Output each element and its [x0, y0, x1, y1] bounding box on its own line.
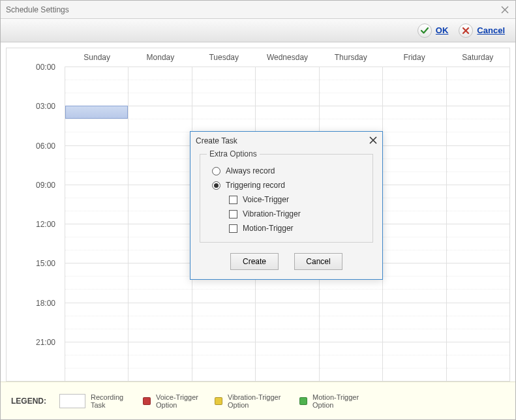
ok-label: OK [436, 25, 449, 35]
legend-bar: LEGEND: Recording Task Voice-Trigger Opt… [1, 382, 515, 419]
check-icon [417, 23, 432, 38]
legend-motion-trigger: Motion-Trigger Option [299, 393, 365, 409]
time-label: 06:00 [36, 142, 55, 151]
checkbox-icon [229, 224, 237, 233]
create-button[interactable]: Create [230, 253, 279, 270]
cancel-button[interactable]: Cancel [455, 22, 509, 39]
legend-vibration-chip [215, 397, 222, 405]
voice-trigger-checkbox[interactable]: Voice-Trigger [229, 195, 365, 204]
voice-trigger-label: Voice-Trigger [243, 195, 289, 204]
motion-trigger-checkbox[interactable]: Motion-Trigger [229, 224, 365, 233]
vibration-trigger-checkbox[interactable]: Vibration-Trigger [229, 209, 365, 218]
day-column-friday[interactable] [383, 67, 446, 381]
legend-recording-label: Recording Task [91, 393, 130, 409]
dialog-actions: Create Cancel [200, 253, 373, 270]
time-label: 00:00 [36, 63, 55, 72]
dialog-body: Extra Options Always record Triggering r… [190, 150, 382, 279]
always-record-label: Always record [226, 166, 275, 175]
day-header-wednesday: Wednesday [256, 48, 319, 67]
legend-motion-label: Motion-Trigger Option [312, 393, 365, 409]
day-header-row: Sunday Monday Tuesday Wednesday Thursday… [7, 48, 509, 67]
create-task-dialog: Create Task Extra Options Always record … [190, 131, 383, 280]
ok-button[interactable]: OK [414, 22, 453, 39]
window-close-icon[interactable] [500, 5, 510, 15]
day-header-tuesday: Tuesday [192, 48, 256, 67]
motion-trigger-label: Motion-Trigger [243, 224, 294, 233]
time-label: 03:00 [36, 102, 55, 111]
selected-time-block[interactable] [65, 106, 128, 119]
radio-icon [212, 167, 220, 175]
time-gutter: 00:0003:0006:0009:0012:0015:0018:0021:00 [7, 67, 65, 381]
triggering-record-label: Triggering record [226, 181, 285, 190]
trigger-checkbox-list: Voice-Trigger Vibration-Trigger Motion-T… [225, 195, 365, 233]
time-label: 12:00 [36, 220, 55, 229]
extra-options-group: Extra Options Always record Triggering r… [200, 154, 373, 243]
dialog-titlebar: Create Task [190, 132, 382, 150]
day-column-monday[interactable] [129, 67, 192, 381]
time-label: 18:00 [36, 299, 55, 308]
legend-voice-label: Voice-Trigger Option [156, 393, 202, 409]
legend-title: LEGEND: [11, 397, 46, 406]
day-column-sunday[interactable] [65, 67, 129, 381]
day-header-saturday: Saturday [446, 48, 509, 67]
day-column-saturday[interactable] [447, 67, 509, 381]
legend-voice-chip [143, 397, 151, 405]
dialog-cancel-button[interactable]: Cancel [294, 253, 342, 270]
schedule-settings-window: Schedule Settings OK Cancel Sunday Monda… [0, 0, 516, 420]
time-label: 15:00 [36, 259, 55, 268]
window-title: Schedule Settings [6, 1, 69, 19]
day-header-friday: Friday [382, 48, 446, 67]
window-titlebar: Schedule Settings [1, 1, 515, 19]
radio-icon [212, 181, 220, 190]
time-label: 09:00 [36, 181, 55, 190]
day-header-sunday: Sunday [65, 48, 129, 67]
always-record-radio[interactable]: Always record [212, 166, 365, 175]
legend-voice-trigger: Voice-Trigger Option [143, 393, 202, 409]
legend-motion-chip [299, 397, 307, 405]
cancel-label: Cancel [477, 25, 505, 35]
legend-recording-task: Recording Task [59, 393, 130, 409]
legend-recording-swatch [59, 394, 85, 408]
legend-vibration-trigger: Vibration-Trigger Option [215, 393, 286, 409]
action-bar: OK Cancel [1, 19, 515, 42]
extra-options-title: Extra Options [207, 149, 260, 158]
day-header-monday: Monday [129, 48, 192, 67]
x-icon [459, 23, 473, 38]
dialog-title: Create Task [196, 136, 237, 145]
checkbox-icon [229, 196, 237, 204]
triggering-record-radio[interactable]: Triggering record [212, 181, 365, 190]
day-header-thursday: Thursday [319, 48, 382, 67]
vibration-trigger-label: Vibration-Trigger [243, 209, 301, 218]
dialog-close-icon[interactable] [369, 136, 377, 146]
legend-vibration-label: Vibration-Trigger Option [228, 393, 286, 409]
time-label: 21:00 [36, 338, 55, 347]
checkbox-icon [229, 210, 237, 218]
